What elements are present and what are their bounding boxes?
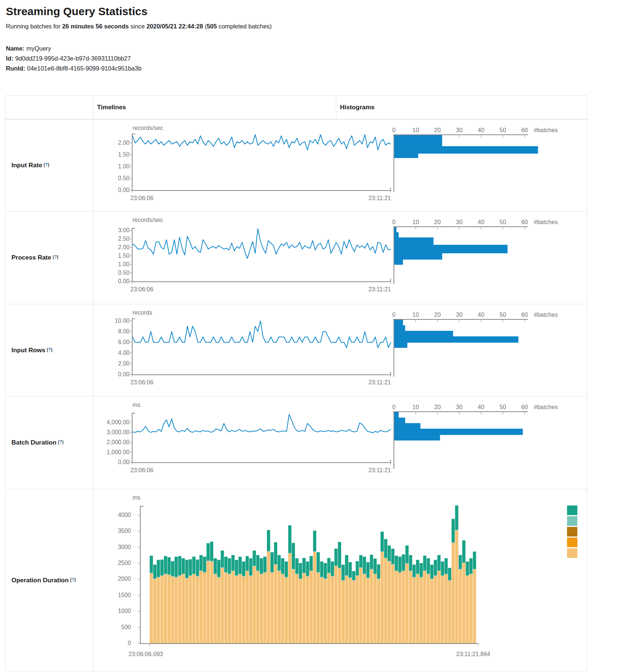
svg-text:0.50: 0.50: [118, 270, 130, 276]
svg-text:30: 30: [456, 127, 463, 133]
svg-text:3500: 3500: [118, 528, 131, 534]
svg-text:23:11:21: 23:11:21: [368, 195, 391, 201]
completed-batch-count: 505: [207, 23, 217, 30]
svg-text:3.00: 3.00: [118, 227, 130, 233]
query-id-value: 9d0dd219-995d-423e-b97d-36931110bb27: [15, 55, 131, 62]
svg-text:3000: 3000: [118, 544, 131, 550]
process-rate-label: Process Rate: [11, 254, 51, 261]
legend-swatch-2[interactable]: [567, 516, 577, 526]
svg-text:1,000.00: 1,000.00: [107, 449, 130, 455]
header-timelines: Timelines: [93, 96, 336, 119]
batch-duration-charts: ms4,000.003,000.002,000.001,000.000.0023…: [93, 397, 588, 489]
operation-duration-chart-cell: ms4000350030002500200015001000500023:06:…: [93, 489, 588, 672]
legend-swatch-4[interactable]: [567, 538, 577, 547]
svg-text:records: records: [133, 309, 152, 316]
svg-text:0: 0: [392, 404, 396, 410]
svg-text:20: 20: [434, 219, 441, 225]
svg-text:30: 30: [456, 312, 463, 318]
svg-text:0.00: 0.00: [118, 371, 130, 377]
streaming-query-statistics-page: Streaming Query Statistics Running batch…: [0, 0, 625, 672]
svg-text:records/sec: records/sec: [133, 217, 163, 223]
svg-text:2.00: 2.00: [118, 140, 130, 146]
svg-text:3,000.00: 3,000.00: [107, 429, 130, 435]
svg-text:50: 50: [499, 219, 506, 225]
svg-text:records/sec: records/sec: [133, 125, 163, 131]
svg-text:40: 40: [478, 404, 484, 410]
process-rate-charts-cell: records/sec3.002.502.001.501.000.500.002…: [93, 211, 588, 304]
svg-text:50: 50: [499, 404, 506, 410]
running-duration: 26 minutes 56 seconds: [62, 23, 129, 30]
query-runid-line: RunId:04e101e6-8bf8-4165-9099-9104c951ba…: [6, 64, 141, 73]
svg-text:0: 0: [128, 640, 131, 646]
svg-text:10: 10: [412, 312, 419, 318]
svg-text:0.50: 0.50: [118, 175, 130, 181]
svg-text:8.00: 8.00: [118, 328, 130, 335]
svg-text:#batches: #batches: [534, 127, 558, 133]
svg-text:#batches: #batches: [534, 219, 558, 225]
svg-text:40: 40: [478, 312, 484, 318]
svg-text:ms: ms: [133, 402, 140, 408]
svg-text:10.00: 10.00: [115, 318, 130, 324]
input-rate-help-icon[interactable]: (?): [44, 162, 49, 167]
svg-text:ms: ms: [133, 494, 140, 501]
legend-swatch-5[interactable]: [567, 548, 577, 558]
batch-duration-help-icon[interactable]: (?): [58, 439, 63, 445]
svg-text:23:11:21.864: 23:11:21.864: [456, 651, 490, 657]
svg-text:0.00: 0.00: [118, 278, 130, 284]
operation-duration-legend: [567, 505, 577, 559]
svg-text:10: 10: [412, 219, 419, 225]
svg-text:30: 30: [456, 219, 463, 225]
svg-text:23:06:06: 23:06:06: [130, 467, 153, 473]
svg-text:10: 10: [412, 127, 419, 133]
row-label-batch-duration: Batch Duration(?): [6, 396, 93, 489]
svg-text:0: 0: [392, 127, 396, 133]
svg-text:0: 0: [392, 312, 396, 318]
svg-text:4,000.00: 4,000.00: [107, 419, 130, 425]
operation-duration-label: Operation Duration: [11, 577, 69, 584]
status-line: Running batches for 26 minutes 56 second…: [6, 23, 272, 30]
operation-duration-stacked-chart: ms4000350030002500200015001000500023:06:…: [93, 489, 588, 672]
svg-text:23:06:06: 23:06:06: [130, 379, 153, 385]
svg-text:20: 20: [434, 312, 441, 318]
svg-text:40: 40: [478, 127, 484, 133]
status-paren: (: [203, 23, 207, 30]
input-rate-charts-cell: records/sec2.001.501.000.500.0023:06:062…: [93, 119, 588, 211]
query-name-label: Name:: [6, 45, 24, 52]
svg-text:2,000.00: 2,000.00: [107, 439, 130, 445]
svg-text:50: 50: [499, 127, 506, 133]
svg-text:1.00: 1.00: [118, 261, 130, 267]
svg-text:20: 20: [434, 127, 441, 133]
header-empty-cell: [6, 96, 93, 119]
input-rate-charts: records/sec2.001.501.000.500.0023:06:062…: [93, 120, 588, 211]
input-rows-label: Input Rows: [11, 347, 45, 354]
query-runid-value: 04e101e6-8bf8-4165-9099-9104c951ba3b: [27, 65, 141, 72]
svg-text:1.50: 1.50: [118, 151, 130, 158]
input-rate-label: Input Rate: [11, 162, 42, 169]
row-label-input-rate: Input Rate(?): [6, 119, 93, 211]
svg-text:20: 20: [434, 404, 441, 410]
page-title: Streaming Query Statistics: [6, 5, 147, 18]
input-rows-charts-cell: records10.008.006.004.002.000.0023:06:06…: [93, 304, 588, 396]
query-id-line: Id:9d0dd219-995d-423e-b97d-36931110bb27: [6, 54, 141, 64]
svg-text:#batches: #batches: [534, 404, 558, 410]
svg-text:50: 50: [499, 312, 506, 318]
legend-swatch-1[interactable]: [567, 505, 577, 515]
svg-text:500: 500: [121, 624, 131, 630]
svg-text:23:11:21: 23:11:21: [368, 286, 391, 292]
svg-text:40: 40: [478, 219, 484, 225]
statistics-table: Timelines Histograms Input Rate(?) recor…: [5, 95, 587, 671]
legend-swatch-3[interactable]: [567, 527, 577, 536]
svg-text:#batches: #batches: [534, 312, 558, 318]
input-rows-help-icon[interactable]: (?): [47, 347, 52, 352]
query-name-line: Name:myQuery: [6, 44, 141, 54]
operation-duration-help-icon[interactable]: (?): [70, 577, 76, 582]
svg-text:2500: 2500: [118, 560, 131, 566]
svg-text:0.00: 0.00: [118, 187, 130, 193]
svg-text:60: 60: [521, 219, 528, 225]
svg-text:2000: 2000: [118, 576, 131, 582]
svg-text:2.00: 2.00: [118, 360, 130, 367]
process-rate-charts: records/sec3.002.502.001.501.000.500.002…: [93, 212, 588, 304]
process-rate-help-icon[interactable]: (?): [53, 254, 58, 260]
status-suffix: completed batches): [217, 23, 272, 30]
svg-text:30: 30: [456, 404, 463, 410]
